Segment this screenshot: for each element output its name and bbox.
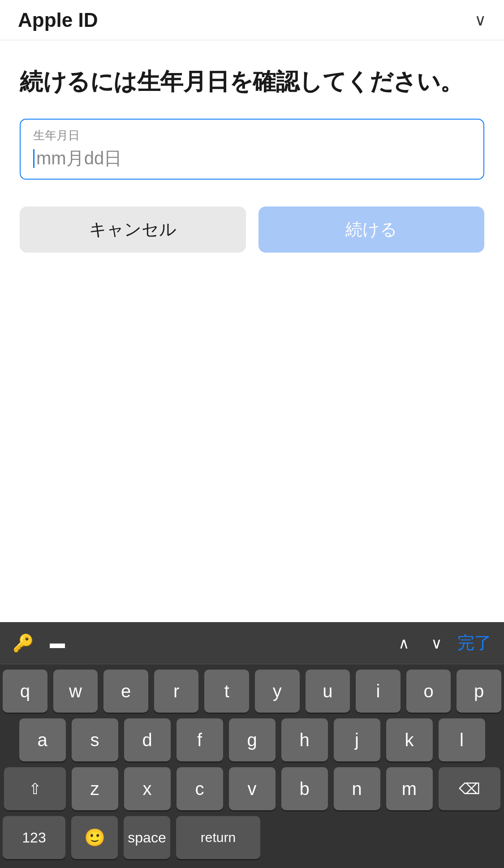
key-f[interactable]: f <box>177 718 223 761</box>
key-a[interactable]: a <box>19 718 66 761</box>
chevron-down-icon[interactable]: ∨ <box>474 11 486 30</box>
header: Apple ID ∨ <box>0 0 504 40</box>
key-p[interactable]: p <box>457 670 501 713</box>
keyboard: 🔑 ▬ ∧ ∨ 完了 q w e r t y u i o p a s d f <box>0 622 504 868</box>
key-c[interactable]: c <box>177 767 223 810</box>
main-content: 続けるには生年月日を確認してください。 生年月日 mm月dd日 キャンセル 続け… <box>0 40 504 271</box>
input-placeholder: mm月dd日 <box>36 146 122 171</box>
toolbar-right: ∧ ∨ 完了 <box>392 632 491 655</box>
key-t[interactable]: t <box>204 670 249 713</box>
key-u[interactable]: u <box>306 670 350 713</box>
key-x[interactable]: x <box>124 767 171 810</box>
input-label: 生年月日 <box>33 128 471 143</box>
key-r[interactable]: r <box>154 670 199 713</box>
page-title: Apple ID <box>18 9 98 31</box>
done-button[interactable]: 完了 <box>457 632 491 654</box>
key-z[interactable]: z <box>72 767 118 810</box>
key-row-1: q w e r t y u i o p <box>3 670 501 713</box>
key-w[interactable]: w <box>53 670 98 713</box>
input-value-row: mm月dd日 <box>33 146 471 171</box>
cancel-button[interactable]: キャンセル <box>20 206 246 253</box>
key-d[interactable]: d <box>124 718 171 761</box>
key-l[interactable]: l <box>439 718 485 761</box>
keyboard-toolbar: 🔑 ▬ ∧ ∨ 完了 <box>0 622 504 664</box>
shift-key[interactable]: ⇧ <box>4 767 66 810</box>
emoji-key[interactable]: 🙂 <box>71 816 118 859</box>
card-icon[interactable]: ▬ <box>50 634 65 652</box>
key-o[interactable]: o <box>406 670 451 713</box>
birthday-input-container[interactable]: 生年月日 mm月dd日 <box>20 119 484 180</box>
key-h[interactable]: h <box>281 718 328 761</box>
continue-button[interactable]: 続ける <box>258 206 485 253</box>
key-i[interactable]: i <box>356 670 401 713</box>
key-g[interactable]: g <box>229 718 276 761</box>
key-v[interactable]: v <box>229 767 276 810</box>
buttons-row: キャンセル 続ける <box>20 206 484 253</box>
nav-up-button[interactable]: ∧ <box>392 632 416 655</box>
key-row-2: a s d f g h j k l <box>3 718 501 761</box>
password-icon[interactable]: 🔑 <box>13 633 34 653</box>
backspace-key[interactable]: ⌫ <box>439 767 500 810</box>
bottom-key-row: 123 🙂 space return <box>0 816 504 868</box>
key-k[interactable]: k <box>386 718 433 761</box>
key-s[interactable]: s <box>72 718 118 761</box>
nav-down-button[interactable]: ∨ <box>425 632 448 655</box>
numbers-key[interactable]: 123 <box>3 816 65 859</box>
key-e[interactable]: e <box>103 670 148 713</box>
text-cursor <box>33 149 34 168</box>
key-b[interactable]: b <box>281 767 328 810</box>
keyboard-keys: q w e r t y u i o p a s d f g h j k l ⇧ … <box>0 664 504 810</box>
key-j[interactable]: j <box>334 718 380 761</box>
key-m[interactable]: m <box>386 767 433 810</box>
return-key[interactable]: return <box>176 816 260 859</box>
key-row-3: ⇧ z x c v b n m ⌫ <box>3 767 501 810</box>
toolbar-left: 🔑 ▬ <box>13 633 392 653</box>
key-n[interactable]: n <box>334 767 380 810</box>
space-key[interactable]: space <box>124 816 170 859</box>
key-q[interactable]: q <box>3 670 47 713</box>
page-heading: 続けるには生年月日を確認してください。 <box>20 67 484 96</box>
key-y[interactable]: y <box>255 670 300 713</box>
